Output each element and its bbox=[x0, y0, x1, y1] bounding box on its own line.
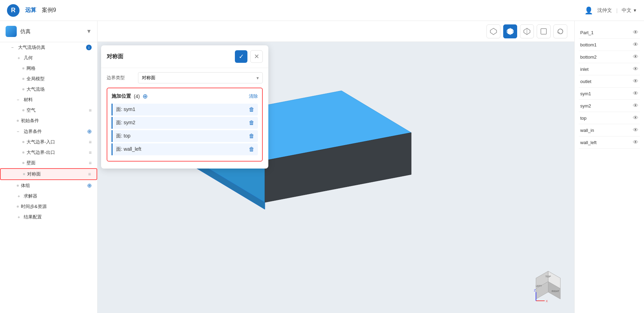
eye-icon-outlet[interactable]: 👁 bbox=[633, 78, 638, 84]
toolbar bbox=[98, 21, 574, 42]
face-item-sym1: 面: sym1 🗑 bbox=[112, 104, 258, 115]
part-item-inlet: inlet 👁 bbox=[579, 63, 640, 75]
delete-face-wall-left-button[interactable]: 🗑 bbox=[249, 146, 254, 152]
content-area: 对称面 ✓ ✕ 边界类型 对称面 ▾ 施加位置 bbox=[98, 21, 574, 313]
tree-item-mesh[interactable]: 网格 bbox=[0, 63, 97, 74]
tree-item-boundary[interactable]: − 边界条件 ⊕ bbox=[0, 126, 97, 137]
panel-confirm-button[interactable]: ✓ bbox=[235, 50, 247, 63]
tree-label-initial: 初始条件 bbox=[21, 118, 92, 124]
face-item-sym2: 面: sym2 🗑 bbox=[112, 117, 258, 129]
eye-icon-part1[interactable]: 👁 bbox=[633, 29, 638, 36]
tree-item-geo[interactable]: ＋ 几何 bbox=[0, 53, 97, 63]
tree-label-timestep: 时间步&资源 bbox=[21, 203, 92, 210]
tree-label-boundary: 边界条件 bbox=[24, 128, 85, 135]
eye-icon-bottom2[interactable]: 👁 bbox=[633, 54, 638, 60]
part-name-wall-in: wall_in bbox=[580, 128, 594, 133]
panel-close-button[interactable]: ✕ bbox=[250, 50, 263, 63]
tree-item-solver[interactable]: ＋ 求解器 bbox=[0, 191, 97, 201]
dot-icon bbox=[22, 151, 24, 154]
tree-item-sym[interactable]: 对称面 ≡ bbox=[0, 168, 97, 180]
tree-item-atm[interactable]: − 大气流场仿真 i bbox=[0, 42, 97, 53]
apply-box-title: 施加位置 bbox=[112, 93, 131, 99]
view-btn-1[interactable] bbox=[486, 24, 500, 38]
face-label-top: 面: top bbox=[116, 133, 249, 139]
tree-label-atm: 大气流场仿真 bbox=[18, 44, 84, 51]
tree-item-material[interactable]: − 材料 bbox=[0, 95, 97, 105]
tree-item-global[interactable]: 全局模型 bbox=[0, 74, 97, 84]
sidebar-header: 仿真 ▼ bbox=[0, 21, 97, 42]
part-name-part1: Part_1 bbox=[580, 30, 593, 35]
part-item-wall-in: wall_in 👁 bbox=[579, 124, 640, 136]
expand-icon: ＋ bbox=[17, 55, 22, 61]
dot-icon bbox=[17, 185, 19, 187]
tree-label-bodygroup: 体组 bbox=[21, 182, 85, 189]
menu-icon[interactable]: ≡ bbox=[88, 171, 91, 177]
tree-item-config[interactable]: ＋ 结果配置 bbox=[0, 212, 97, 222]
eye-icon-bottom1[interactable]: 👁 bbox=[633, 42, 638, 48]
view-btn-4[interactable] bbox=[537, 24, 551, 38]
collapse-icon: − bbox=[17, 129, 22, 134]
add-boundary-button[interactable]: ⊕ bbox=[87, 128, 92, 135]
panel-body: 边界类型 对称面 ▾ 施加位置 (4) ⊕ 清除 bbox=[101, 68, 268, 169]
panel-header: 对称面 ✓ ✕ bbox=[101, 45, 268, 68]
tree-item-wall[interactable]: 壁面 ≡ bbox=[0, 158, 97, 168]
eye-icon-sym1[interactable]: 👁 bbox=[633, 90, 638, 97]
menu-icon[interactable]: ≡ bbox=[89, 160, 92, 166]
sidebar-title: 仿真 bbox=[20, 28, 83, 35]
face-item-wall-left: 面: wall_left 🗑 bbox=[112, 143, 258, 155]
info-badge: i bbox=[86, 45, 92, 50]
tree-label-atm-in: 大气边界-入口 bbox=[26, 139, 87, 145]
clear-faces-button[interactable]: 清除 bbox=[249, 93, 258, 99]
sidebar-chevron-icon[interactable]: ▼ bbox=[86, 28, 92, 35]
tree-label-atm-out: 大气边界-出口 bbox=[26, 149, 87, 156]
nav-left: R 远算 案例9 bbox=[7, 4, 56, 17]
tree-item-timestep[interactable]: 时间步&资源 bbox=[0, 201, 97, 212]
orientation-cube: TOP LEFT RIGHT X Z bbox=[529, 268, 567, 306]
eye-icon-inlet[interactable]: 👁 bbox=[633, 66, 638, 72]
tree-item-initial[interactable]: 初始条件 bbox=[0, 115, 97, 126]
tree-item-atm-in[interactable]: 大气边界-入口 ≡ bbox=[0, 137, 97, 147]
nav-divider: | bbox=[616, 8, 618, 13]
viewport[interactable]: 对称面 ✓ ✕ 边界类型 对称面 ▾ 施加位置 bbox=[98, 42, 574, 313]
part-item-bottom2: bottom2 👁 bbox=[579, 51, 640, 63]
eye-icon-sym2[interactable]: 👁 bbox=[633, 103, 638, 109]
delete-face-sym1-button[interactable]: 🗑 bbox=[249, 106, 254, 113]
eye-icon-wall-in[interactable]: 👁 bbox=[633, 127, 638, 133]
add-face-button[interactable]: ⊕ bbox=[143, 92, 148, 100]
boundary-type-select[interactable]: 对称面 ▾ bbox=[138, 72, 263, 83]
dot-icon bbox=[22, 67, 24, 69]
menu-icon[interactable]: ≡ bbox=[89, 139, 92, 145]
tree-item-bodygroup[interactable]: 体组 ⊕ bbox=[0, 180, 97, 191]
dot-icon bbox=[22, 141, 24, 143]
add-bodygroup-button[interactable]: ⊕ bbox=[87, 182, 92, 189]
panel-title: 对称面 bbox=[107, 53, 232, 60]
tree-item-atm-out[interactable]: 大气边界-出口 ≡ bbox=[0, 147, 97, 158]
menu-icon[interactable]: ≡ bbox=[89, 107, 92, 113]
collapse-icon: − bbox=[17, 97, 22, 102]
tree-item-air[interactable]: 空气 ≡ bbox=[0, 105, 97, 115]
eye-icon-wall-left[interactable]: 👁 bbox=[633, 139, 638, 146]
part-item-bottom1: bottom1 👁 bbox=[579, 39, 640, 51]
delete-face-top-button[interactable]: 🗑 bbox=[249, 133, 254, 139]
svg-text:LEFT: LEFT bbox=[536, 285, 542, 287]
tree-item-atmfield[interactable]: 大气流场 bbox=[0, 84, 97, 95]
dot-icon bbox=[23, 173, 25, 175]
tree-label-material: 材料 bbox=[24, 97, 92, 103]
panel-overlay: 对称面 ✓ ✕ 边界类型 对称面 ▾ 施加位置 bbox=[101, 45, 268, 169]
view-btn-2[interactable] bbox=[503, 24, 517, 38]
view-btn-3[interactable] bbox=[520, 24, 534, 38]
part-name-bottom1: bottom1 bbox=[580, 42, 597, 47]
dot-icon bbox=[22, 88, 24, 90]
tree-label-sym: 对称面 bbox=[27, 171, 86, 177]
nav-right: 👤 沈仲文 | 中文 ▼ bbox=[584, 6, 637, 15]
eye-icon-top[interactable]: 👁 bbox=[633, 115, 638, 121]
dot-icon bbox=[22, 78, 24, 80]
menu-icon[interactable]: ≡ bbox=[89, 150, 92, 155]
apply-box-count: (4) bbox=[134, 94, 140, 99]
reset-btn[interactable] bbox=[553, 24, 567, 38]
expand-icon: ＋ bbox=[17, 214, 22, 220]
face-label-sym2: 面: sym2 bbox=[116, 120, 249, 126]
part-name-bottom2: bottom2 bbox=[580, 54, 597, 60]
delete-face-sym2-button[interactable]: 🗑 bbox=[249, 120, 254, 126]
lang-dropdown[interactable]: 中文 ▼ bbox=[622, 7, 637, 14]
